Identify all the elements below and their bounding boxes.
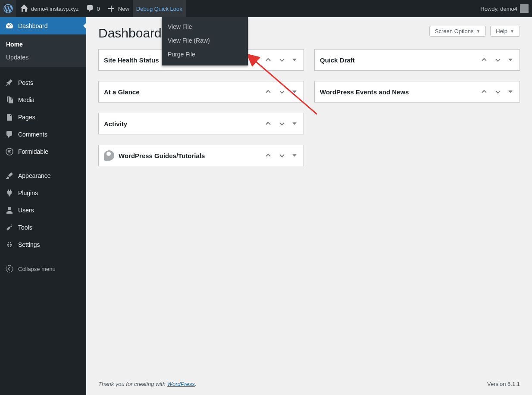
sidebar-item-settings[interactable]: Settings xyxy=(0,236,86,253)
sidebar-subitem-updates[interactable]: Updates xyxy=(0,51,86,64)
widget-title: WordPress Guides/Tutorials xyxy=(104,150,205,161)
sidebar-label-settings: Settings xyxy=(18,241,40,248)
page-icon xyxy=(5,113,14,121)
plug-icon xyxy=(5,189,14,197)
toolbar-wp-logo[interactable] xyxy=(0,0,16,17)
widget-title: WordPress Events and News xyxy=(320,88,409,96)
sidebar-label-pages: Pages xyxy=(18,114,35,121)
comments-count: 0 xyxy=(97,6,100,12)
widget-at-a-glance: At a Glance xyxy=(98,81,304,103)
toolbar-debug[interactable]: Debug Quick Look xyxy=(133,0,186,17)
move-up-icon[interactable] xyxy=(479,87,489,97)
debug-label: Debug Quick Look xyxy=(136,6,182,12)
page-title: Dashboard xyxy=(98,26,162,40)
sidebar-submenu-dashboard: Home Updates xyxy=(0,34,86,67)
admin-toolbar: demo4.instawp.xyz 0 New Debug Quick Look… xyxy=(0,0,532,17)
brush-icon xyxy=(5,171,14,180)
debug-dropdown-menu: View File View File (Raw) Purge File xyxy=(162,17,248,65)
sidebar-collapse[interactable]: Collapse menu xyxy=(0,260,86,277)
plus-icon xyxy=(107,4,116,13)
toggle-icon[interactable] xyxy=(291,152,298,159)
sidebar-item-pages[interactable]: Pages xyxy=(0,109,86,126)
sidebar-label-media: Media xyxy=(18,96,34,103)
toolbar-my-account[interactable]: Howdy, demo4 xyxy=(477,0,532,17)
toggle-icon[interactable] xyxy=(291,56,298,64)
widget-title: Site Health Status xyxy=(104,56,159,64)
sidebar-item-appearance[interactable]: Appearance xyxy=(0,167,86,184)
pin-icon xyxy=(5,78,14,87)
move-down-icon[interactable] xyxy=(493,55,503,65)
help-button[interactable]: Help ▼ xyxy=(490,26,520,37)
toolbar-site-link[interactable]: demo4.instawp.xyz xyxy=(16,0,82,17)
sidebar-item-media[interactable]: Media xyxy=(0,91,86,109)
sidebar-item-formidable[interactable]: Formidable xyxy=(0,143,86,160)
sidebar-item-dashboard[interactable]: Dashboard xyxy=(0,17,86,34)
move-up-icon[interactable] xyxy=(263,87,273,97)
toolbar-comments[interactable]: 0 xyxy=(82,0,103,17)
caret-down-icon: ▼ xyxy=(476,29,480,34)
dashboard-icon xyxy=(5,22,14,30)
sidebar-label-users: Users xyxy=(18,207,34,214)
move-down-icon[interactable] xyxy=(277,150,287,161)
toggle-icon[interactable] xyxy=(507,56,514,64)
collapse-label: Collapse menu xyxy=(18,266,56,272)
caret-down-icon: ▼ xyxy=(510,29,514,34)
dropdown-view-file[interactable]: View File xyxy=(162,20,248,34)
move-up-icon[interactable] xyxy=(263,55,273,65)
toolbar-new[interactable]: New xyxy=(103,0,133,17)
toggle-icon[interactable] xyxy=(291,88,298,96)
sidebar: Dashboard Home Updates Posts Media Pages… xyxy=(0,17,86,395)
home-icon xyxy=(20,4,28,13)
screen-options-button[interactable]: Screen Options ▼ xyxy=(429,26,486,37)
move-up-icon[interactable] xyxy=(263,150,273,161)
sidebar-label-formidable: Formidable xyxy=(18,148,48,155)
comment-icon xyxy=(86,4,94,13)
widget-activity: Activity xyxy=(98,113,304,134)
comments-icon xyxy=(5,130,14,139)
footer-version: Version 6.1.1 xyxy=(487,381,520,387)
toggle-icon[interactable] xyxy=(291,120,298,128)
howdy-text: Howdy, demo4 xyxy=(480,6,517,12)
toggle-icon[interactable] xyxy=(507,88,514,96)
new-label: New xyxy=(118,6,129,12)
sidebar-item-tools[interactable]: Tools xyxy=(0,219,86,236)
sidebar-item-users[interactable]: Users xyxy=(0,202,86,219)
sidebar-item-plugins[interactable]: Plugins xyxy=(0,184,86,202)
formidable-icon xyxy=(5,147,14,156)
move-up-icon[interactable] xyxy=(263,118,273,129)
sidebar-item-posts[interactable]: Posts xyxy=(0,74,86,91)
footer-wordpress-link[interactable]: WordPress xyxy=(167,381,195,387)
user-avatar-icon xyxy=(520,4,529,13)
move-up-icon[interactable] xyxy=(479,55,489,65)
media-icon xyxy=(5,96,14,104)
widget-title: Quick Draft xyxy=(320,56,355,64)
collapse-icon xyxy=(5,264,14,273)
widget-title: Activity xyxy=(104,120,127,128)
wp-guides-icon xyxy=(104,150,114,161)
widget-quick-draft: Quick Draft xyxy=(314,49,520,71)
svg-point-1 xyxy=(6,265,13,272)
widget-wp-guides: WordPress Guides/Tutorials xyxy=(98,145,304,166)
sidebar-label-posts: Posts xyxy=(18,79,33,86)
move-down-icon[interactable] xyxy=(277,55,287,65)
settings-icon xyxy=(5,240,14,249)
sidebar-label-comments: Comments xyxy=(18,131,47,138)
wrench-icon xyxy=(5,223,14,232)
move-down-icon[interactable] xyxy=(277,87,287,97)
move-down-icon[interactable] xyxy=(277,118,287,129)
move-down-icon[interactable] xyxy=(493,87,503,97)
content-area: Dashboard Screen Options ▼ Help ▼ Site H… xyxy=(86,17,532,395)
widget-wp-events: WordPress Events and News xyxy=(314,81,520,103)
sidebar-label-dashboard: Dashboard xyxy=(18,22,48,29)
wordpress-logo-icon xyxy=(3,4,13,13)
admin-footer: Thank you for creating with WordPress. V… xyxy=(86,373,532,395)
sidebar-item-comments[interactable]: Comments xyxy=(0,126,86,143)
sidebar-subitem-home[interactable]: Home xyxy=(0,38,86,51)
dropdown-view-file-raw[interactable]: View File (Raw) xyxy=(162,34,248,47)
sidebar-label-plugins: Plugins xyxy=(18,190,38,196)
sidebar-label-appearance: Appearance xyxy=(18,172,51,179)
widget-title: At a Glance xyxy=(104,88,140,96)
dropdown-purge-file[interactable]: Purge File xyxy=(162,47,248,61)
site-name: demo4.instawp.xyz xyxy=(31,6,79,12)
footer-thanks: Thank you for creating with WordPress. xyxy=(98,381,197,387)
